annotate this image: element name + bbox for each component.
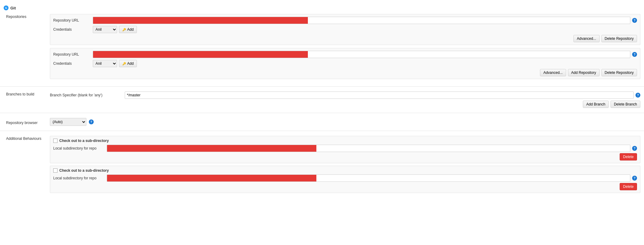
repo2-url-label: Repository URL [53,52,93,57]
repo2-creds-select[interactable]: Anil [93,60,117,67]
divider-2 [0,113,644,113]
repositories-section: Repositories Repository URL ? Credential… [0,12,644,85]
branches-label: Branches to build [0,90,49,109]
behaviour-1-subdir-input[interactable] [107,145,630,152]
repo1-url-help-icon[interactable]: ? [632,18,637,23]
behaviour-2-header: Check out to a sub-directory [53,168,637,173]
git-section-header: G Git [0,3,644,12]
additional-content: Check out to a sub-directory Local subdi… [49,135,644,197]
delete-branch-btn[interactable]: Delete Branch [611,101,640,108]
repo1-url-input-wrap: ? [93,17,637,24]
repo1-creds-row: Credentials Anil Add [53,26,637,33]
branches-section: Branches to build Branch Specifier (blan… [0,88,644,111]
repo-browser-content: (Auto) ? [49,117,644,127]
repo2-delete-btn[interactable]: Delete Repository [601,69,637,76]
behaviour-1-header: Check out to a sub-directory [53,139,637,143]
behaviour-block-1: Check out to a sub-directory Local subdi… [50,136,640,163]
repo-block-2: Repository URL ? Credentials Anil Add [50,48,640,79]
repo2-creds-label: Credentials [53,61,93,66]
divider-1 [0,86,644,87]
behaviour-block-2: Check out to a sub-directory Local subdi… [50,166,640,193]
behaviour-1-help-icon[interactable]: ? [632,146,637,151]
branches-content: Branch Specifier (blank for 'any') ? Add… [49,90,644,109]
repo1-creds-select[interactable]: Anil [93,26,117,33]
additional-label: Additional Behaviours [0,135,49,197]
behaviour-1-delete-btn[interactable]: Delete [620,153,637,160]
repo2-url-help-icon[interactable]: ? [632,52,637,57]
git-title: Git [10,6,16,10]
repo2-creds-wrap: Anil Add [93,60,637,67]
behaviour-2-actions: Delete [53,183,637,190]
repo1-url-label: Repository URL [53,18,93,22]
branch-specifier-input[interactable] [125,91,634,99]
repositories-label: Repositories [0,13,49,83]
repo1-url-input[interactable] [93,17,630,24]
repo1-actions: Advanced... Delete Repository [53,35,637,42]
repo2-creds-row: Credentials Anil Add [53,60,637,67]
repo1-advanced-btn[interactable]: Advanced... [573,35,599,42]
branch-specifier-row: Branch Specifier (blank for 'any') ? [50,91,640,99]
repo1-url-row: Repository URL ? [53,17,637,24]
repo-browser-help-icon[interactable]: ? [89,119,94,124]
behaviour-2-subdir-input[interactable] [107,174,630,182]
repo-browser-select[interactable]: (Auto) [50,118,86,126]
divider-3 [0,131,644,131]
branch-actions: Add Branch Delete Branch [50,101,640,108]
behaviour-1-checkbox[interactable] [53,139,57,143]
behaviour-2-title: Check out to a sub-directory [59,168,109,173]
additional-behaviours-section: Additional Behaviours Check out to a sub… [0,133,644,198]
branch-specifier-help-icon[interactable]: ? [635,93,640,98]
repo-block-1: Repository URL ? Credentials Anil Add [50,14,640,45]
behaviour-2-checkbox[interactable] [53,168,57,173]
git-icon: G [4,5,9,10]
behaviour-1-title: Check out to a sub-directory [59,139,109,143]
repo2-url-input-wrap: ? [93,51,637,58]
behaviour-2-subdir-label: Local subdirectory for repo [53,176,105,180]
behaviour-2-delete-btn[interactable]: Delete [620,183,637,190]
repo1-delete-btn[interactable]: Delete Repository [601,35,637,42]
branch-specifier-label: Branch Specifier (blank for 'any') [50,93,123,97]
repo1-add-btn[interactable]: Add [119,26,137,33]
repo-browser-section: Repository browser (Auto) ? [0,115,644,129]
repo2-url-input[interactable] [93,51,630,58]
behaviour-2-subdir-row: Local subdirectory for repo ? [53,174,637,182]
repo1-creds-wrap: Anil Add [93,26,637,33]
repo2-advanced-btn[interactable]: Advanced... [540,69,566,76]
repositories-content: Repository URL ? Credentials Anil Add [49,13,644,83]
behaviour-2-help-icon[interactable]: ? [632,176,637,181]
behaviour-1-actions: Delete [53,153,637,160]
repo2-actions: Advanced... Add Repository Delete Reposi… [53,69,637,76]
behaviour-1-subdir-row: Local subdirectory for repo ? [53,145,637,152]
behaviour-1-subdir-label: Local subdirectory for repo [53,146,105,150]
repo2-url-row: Repository URL ? [53,51,637,58]
repo1-creds-label: Credentials [53,27,93,32]
repo2-add-repo-btn[interactable]: Add Repository [568,69,600,76]
repo-browser-label: Repository browser [0,119,49,125]
repo2-add-btn[interactable]: Add [119,60,137,67]
add-branch-btn[interactable]: Add Branch [583,101,609,108]
